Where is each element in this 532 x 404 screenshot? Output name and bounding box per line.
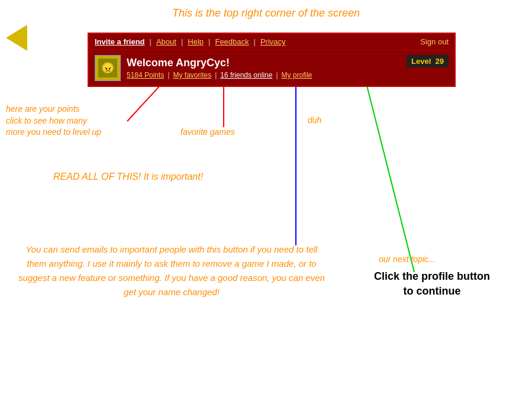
svg-line-3: [367, 86, 414, 272]
read-all-annotation: READ ALL OF THIS! It is important!: [53, 172, 203, 182]
sign-out-link[interactable]: Sign out: [420, 37, 449, 46]
duh-annotation: duh: [308, 115, 321, 125]
favorites-annotation: favorite games: [180, 127, 235, 137]
click-profile-annotation: Click the profile button to continue: [373, 269, 491, 299]
avatar-image: 😠: [98, 59, 117, 77]
feedback-link[interactable]: Feedback: [215, 37, 249, 46]
level-label: Level: [411, 57, 431, 66]
invite-friend-link[interactable]: Invite a friend: [95, 37, 145, 46]
links-sep-3: |: [276, 71, 278, 79]
welcome-bar: 😠 Welcome AngryCyc! 5184 Points | My fav…: [89, 50, 454, 86]
avatar: 😠: [95, 55, 121, 81]
privacy-link[interactable]: Privacy: [260, 37, 286, 46]
about-link[interactable]: About: [156, 37, 176, 46]
profile-link[interactable]: My profile: [282, 71, 312, 79]
welcome-links: 5184 Points | My favorites | 16 friends …: [127, 71, 401, 79]
welcome-info: Welcome AngryCyc! 5184 Points | My favor…: [127, 57, 401, 79]
level-value: 29: [436, 57, 444, 66]
level-badge: Level 29: [407, 55, 449, 67]
help-link[interactable]: Help: [188, 37, 204, 46]
nav-bar: Invite a friend | About | Help | Feedbac…: [89, 34, 454, 50]
main-description: You can send emails to important people …: [18, 243, 325, 299]
ui-panel: Invite a friend | About | Help | Feedbac…: [88, 33, 456, 87]
triangle-arrow-icon: [6, 25, 27, 51]
links-sep-2: |: [215, 71, 217, 79]
nav-sep-4: |: [254, 37, 256, 46]
next-topic-annotation: our next topic...: [379, 254, 436, 264]
top-annotation: This is the top right corner of the scre…: [0, 7, 532, 20]
favorites-link[interactable]: My favorites: [173, 71, 212, 79]
points-link[interactable]: 5184 Points: [127, 71, 164, 79]
points-annotation: here are your points click to see how ma…: [6, 104, 101, 138]
nav-sep-3: |: [208, 37, 210, 46]
friends-online-link[interactable]: 16 friends online: [220, 71, 272, 79]
nav-sep-2: |: [181, 37, 183, 46]
svg-line-0: [127, 86, 160, 121]
links-sep-1: |: [167, 71, 169, 79]
welcome-greeting: Welcome AngryCyc!: [127, 57, 401, 69]
nav-sep-1: |: [150, 37, 151, 46]
